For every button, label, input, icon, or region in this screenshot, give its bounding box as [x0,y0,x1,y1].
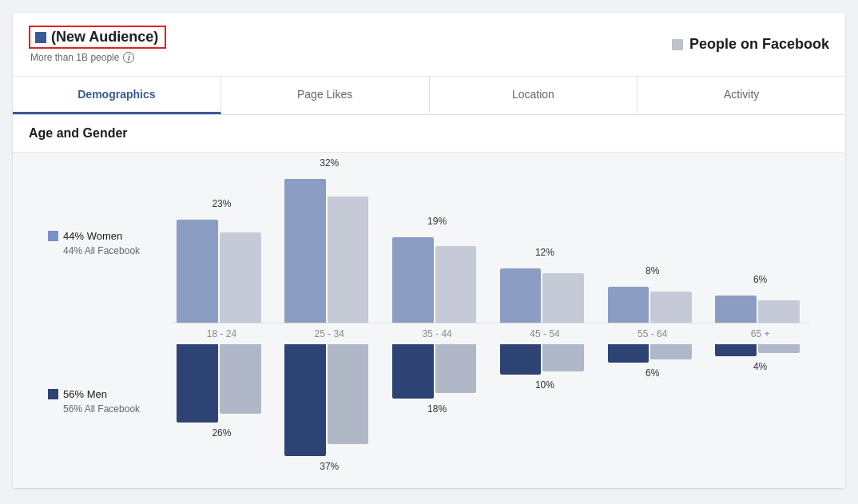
men-facebook-bar-5 [758,344,800,353]
age-label-4: 55 - 64 [602,328,702,339]
content-area: Age and Gender 44% Women 44% All Faceboo… [13,115,845,488]
men-legend: 56% Men 56% All Facebook [48,388,172,415]
age-label-3: 45 - 54 [495,328,594,339]
women-facebook-bar-2 [435,246,477,323]
men-bar-col-3: 10% [495,344,594,464]
women-sub: 44% All Facebook [63,245,172,256]
women-facebook-bar-5 [758,300,800,323]
women-bars: 23%32%19%12%8%6% [172,172,810,323]
facebook-label: People on Facebook [689,36,829,53]
women-pct-label-5: 6% [753,274,767,285]
men-pct-label-3: 10% [535,379,554,391]
women-audience-bar-4 [608,287,649,323]
women-bar-col-4: 8% [602,172,702,323]
men-facebook-bar-0 [220,344,261,414]
men-legend-title-row: 56% Men [48,388,172,400]
men-pct-label-0: 26% [212,427,231,439]
women-bar-col-2: 19% [387,172,487,323]
men-pct-label-1: 37% [320,461,339,472]
women-bar-col-1: 32% [280,172,379,323]
men-bars: 26%37%18%10%6%4% [172,344,810,464]
men-audience-bar-5 [715,344,757,356]
men-color-swatch [48,389,58,399]
women-bar-col-3: 12% [495,172,594,323]
men-audience-bar-1 [284,344,326,456]
men-audience-bar-4 [608,344,649,363]
age-axis: 18 - 2425 - 3435 - 4445 - 5455 - 6465 + [172,323,810,344]
men-facebook-bar-3 [542,344,584,371]
women-facebook-bar-0 [220,232,261,323]
men-audience-bar-0 [177,344,218,423]
women-legend: 44% Women 44% All Facebook [48,230,172,256]
men-bar-col-1: 37% [280,344,379,464]
audience-subtitle: More than 1B people i [30,52,134,63]
women-pct-label-2: 19% [427,216,447,227]
women-pct-label-0: 23% [212,198,231,209]
audience-color-indicator [35,32,46,43]
facebook-color-indicator [672,39,683,50]
charts-column: 23%32%19%12%8%6% 18 - 2425 - 3435 - 4445… [172,172,810,464]
men-facebook-bar-1 [328,344,369,444]
age-label-1: 25 - 34 [280,328,379,339]
men-facebook-bar-4 [650,344,692,359]
age-label-5: 65 + [710,328,810,339]
men-label: 56% Men [63,388,107,400]
women-facebook-bar-1 [328,196,369,323]
men-bar-col-2: 18% [387,344,487,464]
men-sub: 56% All Facebook [63,403,172,415]
facebook-section: People on Facebook [672,36,829,53]
age-label-2: 35 - 44 [387,328,487,339]
men-bar-col-4: 6% [602,344,702,464]
women-audience-bar-3 [500,268,542,323]
header: (New Audience) More than 1B people i Peo… [13,13,845,77]
tab-activity[interactable]: Activity [638,77,845,114]
men-bar-col-5: 4% [710,344,810,464]
age-gender-chart: 44% Women 44% All Facebook 56% Men 56% A… [32,153,826,472]
audience-section: (New Audience) More than 1B people i [29,26,672,63]
audience-title: (New Audience) [51,29,158,46]
women-facebook-bar-4 [650,292,692,323]
section-title: Age and Gender [29,126,128,140]
women-pct-label-3: 12% [535,247,554,258]
men-facebook-bar-2 [435,344,477,393]
women-pct-label-1: 32% [320,157,339,169]
men-pct-label-2: 18% [427,403,447,415]
women-legend-title-row: 44% Women [48,230,172,242]
men-pct-label-4: 6% [645,367,659,379]
men-bar-col-0: 26% [172,344,272,464]
women-facebook-bar-3 [542,273,584,323]
women-audience-bar-5 [715,296,757,323]
tab-demographics[interactable]: Demographics [13,77,221,114]
women-color-swatch [48,231,58,241]
legends-column: 44% Women 44% All Facebook 56% Men 56% A… [48,172,172,464]
tabs-bar: Demographics Page Likes Location Activit… [13,77,845,115]
tab-page-likes[interactable]: Page Likes [221,77,430,114]
men-audience-bar-2 [392,344,434,399]
audience-box: (New Audience) [29,26,166,49]
men-pct-label-5: 4% [753,361,767,372]
tab-location[interactable]: Location [430,77,638,114]
women-bar-col-5: 6% [710,172,810,323]
women-pct-label-4: 8% [645,265,659,276]
women-bar-col-0: 23% [172,172,272,323]
main-card: (New Audience) More than 1B people i Peo… [13,13,845,488]
women-audience-bar-2 [392,237,434,323]
women-label: 44% Women [63,230,122,242]
women-audience-bar-0 [177,220,218,323]
men-audience-bar-3 [500,344,542,375]
info-icon[interactable]: i [123,52,134,63]
age-label-0: 18 - 24 [172,328,272,339]
women-audience-bar-1 [284,179,326,323]
